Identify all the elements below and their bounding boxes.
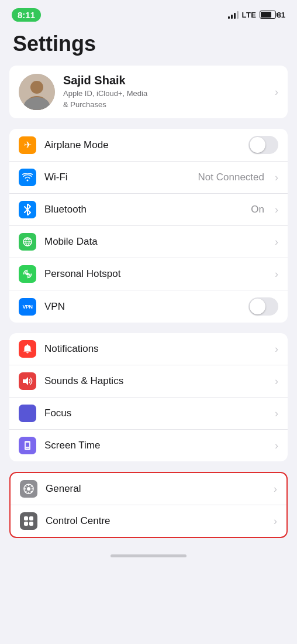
notifications-row[interactable]: Notifications › xyxy=(9,333,288,365)
profile-chevron: › xyxy=(275,86,278,98)
vpn-icon: VPN xyxy=(19,298,36,316)
wifi-row[interactable]: Wi-Fi Not Connected › xyxy=(9,161,288,193)
battery-container: 81 xyxy=(260,11,285,19)
lte-label: LTE xyxy=(241,11,256,19)
sounds-icon xyxy=(19,372,36,390)
status-bar: 8:11 LTE 81 xyxy=(0,0,297,26)
profile-info: Sajid Shaik Apple ID, iCloud+, Media& Pu… xyxy=(63,74,267,109)
svg-line-18 xyxy=(31,491,32,492)
airplane-mode-row[interactable]: ✈ Airplane Mode xyxy=(9,129,288,161)
hotspot-chevron: › xyxy=(275,268,278,280)
general-icon xyxy=(20,480,37,498)
svg-marker-7 xyxy=(23,377,28,385)
focus-row[interactable]: Focus › xyxy=(9,397,288,429)
bluetooth-icon xyxy=(19,201,36,218)
screentime-chevron: › xyxy=(275,440,278,452)
general-label: General xyxy=(46,483,265,495)
screentime-label: Screen Time xyxy=(44,440,267,451)
focus-label: Focus xyxy=(44,407,267,419)
hotspot-label: Personal Hotspot xyxy=(44,268,267,280)
home-indicator xyxy=(0,549,297,563)
mobile-data-row[interactable]: Mobile Data › xyxy=(9,225,288,258)
svg-point-1 xyxy=(30,81,43,94)
svg-point-6 xyxy=(26,273,29,276)
svg-line-19 xyxy=(25,491,26,492)
screentime-row[interactable]: Screen Time › xyxy=(9,429,288,461)
vpn-toggle[interactable] xyxy=(248,297,278,316)
control-centre-icon xyxy=(20,512,37,530)
notifications-label: Notifications xyxy=(44,343,267,355)
control-centre-chevron: › xyxy=(274,515,277,527)
profile-subtitle: Apple ID, iCloud+, Media& Purchases xyxy=(63,88,267,109)
general-chevron: › xyxy=(274,483,277,495)
status-time: 8:11 xyxy=(12,8,41,22)
svg-rect-24 xyxy=(29,522,33,526)
page-title: Settings xyxy=(0,26,297,66)
airplane-toggle[interactable] xyxy=(248,136,278,154)
sounds-chevron: › xyxy=(275,375,278,388)
hotspot-row[interactable]: Personal Hotspot › xyxy=(9,258,288,290)
vpn-toggle-thumb xyxy=(250,299,265,314)
battery-percent: 81 xyxy=(277,11,285,19)
focus-chevron: › xyxy=(275,407,278,420)
wifi-icon xyxy=(19,169,36,186)
signal-bars xyxy=(228,11,239,19)
bluetooth-chevron: › xyxy=(275,204,278,216)
signal-bar-4 xyxy=(237,11,239,19)
sounds-row[interactable]: Sounds & Haptics › xyxy=(9,365,288,397)
focus-icon xyxy=(19,405,36,422)
signal-bar-3 xyxy=(234,13,236,19)
home-bar xyxy=(110,554,187,557)
svg-rect-21 xyxy=(24,516,28,520)
profile-row[interactable]: Sajid Shaik Apple ID, iCloud+, Media& Pu… xyxy=(9,66,288,118)
network-section-card: ✈ Airplane Mode Wi-Fi Not Connected › Bl… xyxy=(9,129,288,323)
signal-bar-2 xyxy=(231,15,233,19)
notifications-icon xyxy=(19,340,36,358)
sounds-label: Sounds & Haptics xyxy=(44,375,267,387)
bluetooth-label: Bluetooth xyxy=(44,204,243,215)
signal-bar-1 xyxy=(228,16,230,19)
status-right: LTE 81 xyxy=(228,11,285,19)
vpn-label: VPN xyxy=(44,301,240,313)
hotspot-icon xyxy=(19,265,36,283)
mobile-data-icon xyxy=(19,233,36,251)
profile-name: Sajid Shaik xyxy=(63,74,267,87)
battery-icon xyxy=(260,11,276,19)
mobile-data-chevron: › xyxy=(275,236,278,248)
bluetooth-row[interactable]: Bluetooth On › xyxy=(9,193,288,225)
airplane-toggle-thumb xyxy=(250,137,265,153)
screentime-icon xyxy=(19,437,36,454)
mobile-data-label: Mobile Data xyxy=(44,236,267,248)
svg-point-12 xyxy=(27,487,30,491)
bluetooth-value: On xyxy=(251,204,264,215)
svg-rect-22 xyxy=(29,516,33,520)
svg-rect-23 xyxy=(24,522,28,526)
general-row[interactable]: General › xyxy=(11,473,286,505)
svg-rect-10 xyxy=(26,448,29,448)
wifi-chevron: › xyxy=(275,172,278,184)
profile-card: Sajid Shaik Apple ID, iCloud+, Media& Pu… xyxy=(9,66,288,118)
control-centre-row[interactable]: Control Centre › xyxy=(11,505,286,537)
airplane-mode-label: Airplane Mode xyxy=(44,139,240,151)
svg-line-17 xyxy=(25,485,26,487)
wifi-label: Wi-Fi xyxy=(44,172,190,183)
control-centre-label: Control Centre xyxy=(46,515,265,527)
battery-fill xyxy=(261,12,271,18)
svg-line-20 xyxy=(31,485,32,487)
svg-rect-9 xyxy=(26,443,29,447)
vpn-row[interactable]: VPN VPN xyxy=(9,290,288,323)
wifi-value: Not Connected xyxy=(198,172,264,183)
notifications-chevron: › xyxy=(275,343,278,355)
avatar xyxy=(19,74,55,110)
notifications-section-card: Notifications › Sounds & Haptics › Focus… xyxy=(9,333,288,461)
general-section-card: General › Control Centre › xyxy=(9,472,288,538)
airplane-icon: ✈ xyxy=(19,136,36,154)
